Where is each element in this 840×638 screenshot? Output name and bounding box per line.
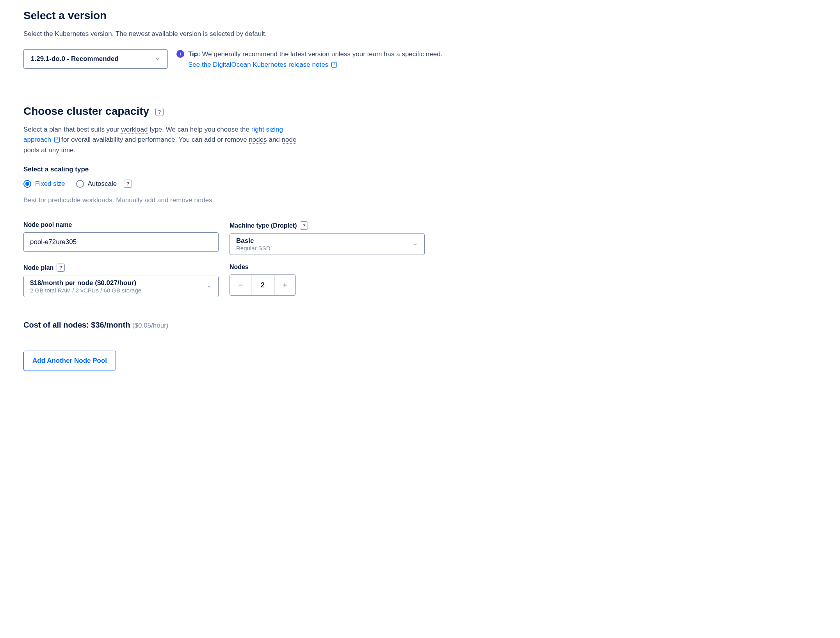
version-select-value: 1.29.1-do.0 - Recommended	[31, 55, 119, 63]
version-subtitle: Select the Kubernetes version. The newes…	[23, 29, 297, 39]
node-pool-name-input[interactable]	[23, 232, 219, 252]
external-link-icon	[331, 62, 337, 68]
scaling-type-label: Select a scaling type	[23, 166, 817, 173]
workload-term: workload	[121, 126, 148, 134]
tip-label: Tip:	[188, 50, 200, 58]
node-plan-select[interactable]: $18/month per node ($0.027/hour) 2 GB to…	[23, 276, 219, 297]
version-select[interactable]: 1.29.1-do.0 - Recommended	[23, 49, 168, 69]
cost-hourly: ($0.05/hour)	[132, 322, 169, 329]
node-pool-name-label: Node pool name	[23, 221, 219, 228]
machine-type-value: Basic	[236, 237, 271, 245]
plus-icon	[282, 282, 288, 288]
external-link-icon	[54, 137, 60, 143]
capacity-desc: Select a plan that best suits your workl…	[23, 125, 297, 155]
node-plan-sub: 2 GB total RAM / 2 vCPUs / 60 GB storage	[30, 287, 141, 294]
node-plan-value: $18/month per node ($0.027/hour)	[30, 279, 141, 287]
radio-autoscale[interactable]: Autoscale ?	[76, 180, 132, 188]
minus-icon	[237, 282, 244, 288]
nodes-label: Nodes	[230, 264, 425, 271]
chevron-down-icon	[206, 284, 212, 289]
radio-icon	[76, 180, 84, 188]
nodes-increment-button[interactable]	[274, 275, 295, 295]
tip-text: We generally recommend the latest versio…	[202, 50, 443, 58]
radio-icon	[23, 180, 31, 188]
radio-fixed-size[interactable]: Fixed size	[23, 180, 65, 188]
help-icon[interactable]: ?	[155, 108, 164, 116]
node-plan-label: Node plan ?	[23, 264, 219, 272]
cost-label: Cost of all nodes: $36/month	[23, 321, 130, 329]
cost-summary: Cost of all nodes: $36/month ($0.05/hour…	[23, 321, 817, 330]
info-icon: i	[176, 50, 184, 58]
add-node-pool-button[interactable]: Add Another Node Pool	[23, 351, 116, 371]
nodes-term: nodes	[249, 136, 267, 144]
help-icon[interactable]: ?	[300, 221, 308, 230]
machine-type-label: Machine type (Droplet) ?	[230, 221, 425, 230]
radio-autoscale-label: Autoscale	[88, 180, 117, 188]
help-icon[interactable]: ?	[124, 180, 132, 188]
nodes-stepper: 2	[230, 274, 296, 296]
scaling-desc: Best for predictable workloads. Manually…	[23, 196, 817, 204]
help-icon[interactable]: ?	[57, 264, 65, 272]
capacity-title: Choose cluster capacity ?	[23, 105, 817, 118]
version-title: Select a version	[23, 9, 817, 22]
chevron-down-icon	[413, 242, 418, 247]
machine-type-select[interactable]: Basic Regular SSD	[230, 233, 425, 255]
machine-type-sub: Regular SSD	[236, 245, 271, 251]
nodes-decrement-button[interactable]	[230, 275, 251, 295]
chevron-down-icon	[155, 56, 160, 62]
nodes-value: 2	[251, 275, 274, 295]
version-tip: i Tip: We generally recommend the latest…	[176, 49, 442, 70]
radio-fixed-label: Fixed size	[35, 180, 65, 188]
release-notes-link[interactable]: See the DigitalOcean Kubernetes release …	[188, 61, 337, 68]
